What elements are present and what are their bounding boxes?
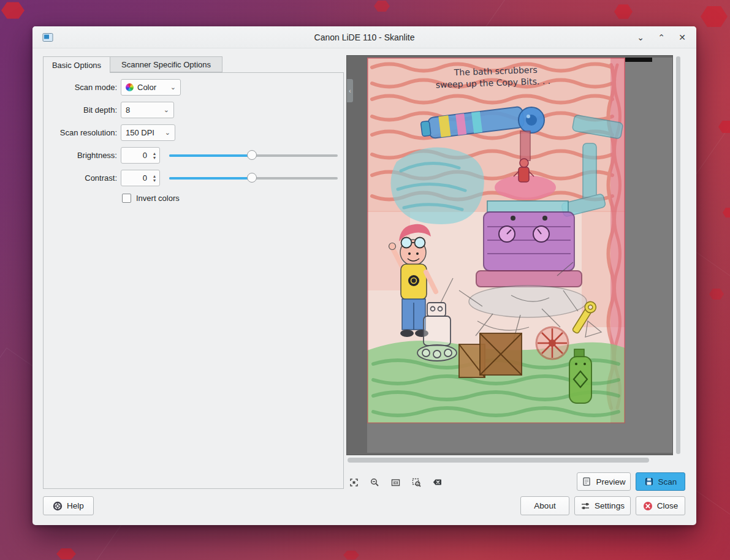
preview-icon bbox=[582, 477, 591, 486]
background-hexagon bbox=[723, 207, 730, 218]
preview-vertical-scrollbar[interactable] bbox=[675, 55, 682, 455]
about-button[interactable]: About bbox=[520, 496, 569, 515]
zoom-original-icon[interactable] bbox=[390, 477, 401, 488]
scrollbar-handle[interactable] bbox=[676, 56, 680, 454]
scanner-edge-strip bbox=[625, 58, 652, 62]
minimize-button[interactable]: ⌄ bbox=[634, 31, 647, 44]
bit-depth-value: 8 bbox=[126, 105, 130, 115]
contrast-slider-handle[interactable] bbox=[247, 173, 257, 183]
scan-mode-label: Scan mode: bbox=[48, 79, 117, 96]
background-hexagon bbox=[1, 1, 25, 20]
background-hexagon bbox=[343, 550, 359, 560]
close-window-button[interactable]: ✕ bbox=[675, 31, 689, 44]
zoom-out-icon[interactable] bbox=[370, 477, 380, 488]
help-icon bbox=[53, 501, 63, 511]
scan-button-label: Scan bbox=[658, 477, 677, 486]
color-mode-icon bbox=[126, 83, 134, 91]
brightness-spinbox[interactable]: ▴▾ bbox=[121, 147, 160, 164]
scanned-image: The bath scrubbers sweep up the Copy Bit… bbox=[367, 58, 625, 423]
slider-fill bbox=[169, 154, 252, 157]
settings-icon bbox=[580, 501, 590, 511]
tab-scanner-specific-options[interactable]: Scanner Specific Options bbox=[110, 56, 222, 72]
contrast-input[interactable] bbox=[121, 170, 150, 186]
scan-resolution-label: Scan resolution: bbox=[48, 124, 117, 141]
scan-mode-value: Color bbox=[137, 83, 156, 92]
preview-horizontal-scrollbar[interactable] bbox=[346, 456, 673, 464]
maximize-button[interactable]: ⌃ bbox=[655, 31, 668, 44]
zoom-selection-icon[interactable] bbox=[411, 477, 422, 488]
close-icon bbox=[643, 501, 653, 511]
scan-icon bbox=[644, 477, 654, 486]
scan-resolution-value: 150 DPI bbox=[126, 128, 154, 137]
basic-options-panel: Scan mode: Color ⌄ Bit depth: 8 ⌄ Scan r… bbox=[43, 72, 344, 489]
chevron-down-icon: ⌄ bbox=[167, 84, 176, 91]
panel-collapse-handle[interactable]: ‹ bbox=[347, 79, 353, 102]
bit-depth-select[interactable]: 8 ⌄ bbox=[121, 102, 174, 118]
bit-depth-label: Bit depth: bbox=[48, 102, 117, 118]
help-button[interactable]: Help bbox=[43, 496, 94, 515]
spin-arrows-icon[interactable]: ▴▾ bbox=[150, 170, 159, 186]
preview-button-label: Preview bbox=[596, 477, 625, 486]
invert-colors-label: Invert colors bbox=[136, 194, 180, 203]
close-button-label: Close bbox=[657, 501, 679, 510]
brightness-input[interactable] bbox=[121, 148, 150, 163]
chevron-down-icon: ⌄ bbox=[161, 107, 169, 113]
preview-button[interactable]: Preview bbox=[577, 472, 631, 491]
clear-selections-icon[interactable] bbox=[432, 477, 443, 488]
scan-mode-select[interactable]: Color ⌄ bbox=[121, 79, 181, 96]
tab-basic-options[interactable]: Basic Options bbox=[43, 56, 110, 73]
contrast-slider[interactable] bbox=[169, 170, 338, 186]
brightness-slider[interactable] bbox=[169, 147, 338, 164]
spin-arrows-icon[interactable]: ▴▾ bbox=[150, 148, 159, 163]
contrast-spinbox[interactable]: ▴▾ bbox=[121, 170, 160, 186]
invert-colors-row[interactable]: Invert colors bbox=[122, 194, 180, 203]
chevron-down-icon: ⌄ bbox=[162, 129, 170, 136]
scan-button[interactable]: Scan bbox=[636, 472, 685, 491]
scan-resolution-select[interactable]: 150 DPI ⌄ bbox=[121, 124, 175, 141]
zoom-toolbar bbox=[349, 473, 443, 491]
window-title: Canon LiDE 110 - Skanlite bbox=[32, 26, 696, 48]
about-button-label: About bbox=[534, 501, 555, 510]
zoom-fit-icon[interactable] bbox=[349, 477, 359, 488]
preview-viewport[interactable]: The bath scrubbers sweep up the Copy Bit… bbox=[346, 55, 673, 455]
settings-button[interactable]: Settings bbox=[574, 496, 631, 515]
settings-button-label: Settings bbox=[595, 501, 625, 510]
slider-fill bbox=[169, 177, 252, 180]
invert-colors-checkbox[interactable] bbox=[122, 194, 131, 203]
scrollbar-handle[interactable] bbox=[348, 458, 649, 463]
brightness-label: Brightness: bbox=[48, 147, 117, 164]
background-hexagon bbox=[374, 0, 390, 12]
scanned-area: The bath scrubbers sweep up the Copy Bit… bbox=[367, 58, 672, 453]
brightness-slider-handle[interactable] bbox=[247, 150, 257, 160]
help-button-label: Help bbox=[67, 501, 84, 510]
close-button[interactable]: Close bbox=[636, 496, 685, 515]
contrast-label: Contrast: bbox=[48, 170, 117, 186]
skanlite-window: Canon LiDE 110 - Skanlite ⌄ ⌃ ✕ Basic Op… bbox=[32, 26, 696, 525]
titlebar[interactable]: Canon LiDE 110 - Skanlite ⌄ ⌃ ✕ bbox=[32, 26, 696, 48]
